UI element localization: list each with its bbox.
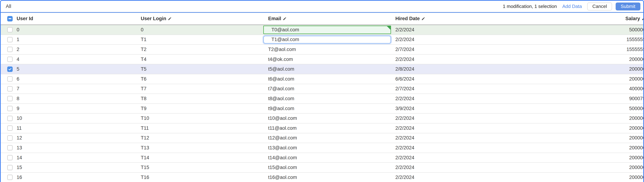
cell-user-id[interactable]: 6 bbox=[14, 74, 138, 84]
cell-salary[interactable]: 1555555 bbox=[543, 35, 644, 45]
row-checkbox[interactable] bbox=[7, 27, 13, 32]
cell-salary[interactable]: 500000 bbox=[543, 25, 644, 35]
cell-hired-date[interactable]: 2/2/2024 bbox=[393, 25, 543, 35]
cell-user-id[interactable]: 11 bbox=[14, 123, 138, 133]
cell-email[interactable]: t8@aol.com bbox=[262, 94, 393, 103]
cell-email[interactable]: t16@aol.com bbox=[262, 173, 393, 182]
cell-user-id[interactable]: 10 bbox=[14, 113, 138, 123]
cell-salary[interactable]: 200000 bbox=[543, 133, 644, 143]
cell-email[interactable]: T1@aol.com bbox=[262, 35, 393, 45]
row-checkbox[interactable] bbox=[7, 135, 13, 141]
email-edit-box[interactable]: T0@aol.com bbox=[263, 26, 391, 34]
cell-email[interactable]: t10@aol.com bbox=[262, 113, 393, 123]
cell-hired-date[interactable]: 6/6/2024 bbox=[393, 74, 543, 84]
filter-label[interactable]: All bbox=[6, 3, 11, 9]
column-header-user-id[interactable]: User Id bbox=[14, 16, 138, 21]
cell-email[interactable]: t14@aol.com bbox=[262, 153, 393, 163]
add-data-link[interactable]: Add Data bbox=[562, 3, 582, 9]
cell-user-id[interactable]: 13 bbox=[14, 143, 138, 153]
email-edit-box[interactable]: t11@aol.com bbox=[262, 123, 393, 133]
cell-user-login[interactable]: T1 bbox=[138, 35, 262, 45]
cell-user-login[interactable]: T5 bbox=[138, 64, 262, 74]
row-checkbox[interactable] bbox=[7, 76, 13, 82]
cell-hired-date[interactable]: 2/2/2024 bbox=[393, 123, 543, 133]
cell-hired-date[interactable]: 2/2/2024 bbox=[393, 55, 543, 64]
cell-user-id[interactable]: 9 bbox=[14, 104, 138, 113]
cell-user-login[interactable]: T14 bbox=[138, 153, 262, 163]
row-checkbox[interactable] bbox=[7, 47, 13, 52]
cell-user-login[interactable]: T6 bbox=[138, 74, 262, 84]
cell-user-id[interactable]: 14 bbox=[14, 153, 138, 163]
cell-salary[interactable]: 200000 bbox=[543, 64, 644, 74]
cell-user-id[interactable]: 8 bbox=[14, 94, 138, 103]
email-edit-box[interactable]: T2@aol.com bbox=[262, 45, 393, 54]
row-checkbox[interactable] bbox=[7, 165, 13, 170]
cell-email[interactable]: t15@aol.com bbox=[262, 163, 393, 172]
cell-user-login[interactable]: T13 bbox=[138, 143, 262, 153]
cell-email[interactable]: t11@aol.com bbox=[262, 123, 393, 133]
submit-button[interactable]: Submit bbox=[616, 2, 640, 10]
cell-salary[interactable]: 200000 bbox=[543, 74, 644, 84]
cell-email[interactable]: t5@aol.com bbox=[262, 64, 393, 74]
cell-user-id[interactable]: 16 bbox=[14, 173, 138, 182]
row-checkbox[interactable] bbox=[7, 96, 13, 101]
column-header-salary[interactable]: Salary bbox=[543, 16, 644, 21]
row-checkbox[interactable] bbox=[7, 116, 13, 121]
cell-user-login[interactable]: T12 bbox=[138, 133, 262, 143]
email-edit-box[interactable]: t13@aol.com bbox=[262, 143, 393, 153]
cell-hired-date[interactable]: 2/7/2024 bbox=[393, 45, 543, 54]
row-checkbox[interactable] bbox=[7, 125, 13, 131]
cell-hired-date[interactable]: 2/7/2024 bbox=[393, 84, 543, 94]
cell-user-login[interactable]: T4 bbox=[138, 55, 262, 64]
cell-hired-date[interactable]: 2/2/2024 bbox=[393, 153, 543, 163]
cell-user-login[interactable]: T11 bbox=[138, 123, 262, 133]
cell-user-login[interactable]: T8 bbox=[138, 94, 262, 103]
cell-user-login[interactable]: T15 bbox=[138, 163, 262, 172]
cell-user-id[interactable]: 5 bbox=[14, 64, 138, 74]
row-checkbox[interactable] bbox=[7, 67, 13, 72]
cell-hired-date[interactable]: 2/2/2024 bbox=[393, 143, 543, 153]
cell-hired-date[interactable]: 3/9/2024 bbox=[393, 104, 543, 113]
cell-email[interactable]: t6@aol.com bbox=[262, 74, 393, 84]
cell-salary[interactable]: 200000 bbox=[543, 143, 644, 153]
cell-hired-date[interactable]: 2/8/2024 bbox=[393, 64, 543, 74]
cell-salary[interactable]: 900075 bbox=[543, 94, 644, 103]
email-edit-box[interactable]: t15@aol.com bbox=[262, 163, 393, 172]
cell-email[interactable]: t12@aol.com bbox=[262, 133, 393, 143]
email-edit-box[interactable]: t6@aol.com bbox=[262, 74, 393, 84]
row-checkbox[interactable] bbox=[7, 155, 13, 160]
column-header-email[interactable]: Email bbox=[262, 16, 393, 21]
email-edit-box[interactable]: T1@aol.com bbox=[263, 36, 391, 44]
cell-salary[interactable]: 200000 bbox=[543, 55, 644, 64]
email-edit-box[interactable]: t5@aol.com bbox=[262, 64, 393, 74]
cell-hired-date[interactable]: 2/2/2024 bbox=[393, 133, 543, 143]
cell-hired-date[interactable]: 2/2/2024 bbox=[393, 163, 543, 172]
cell-email[interactable]: T0@aol.com bbox=[262, 25, 393, 35]
cell-user-id[interactable]: 0 bbox=[14, 25, 138, 35]
cell-hired-date[interactable]: 2/2/2024 bbox=[393, 173, 543, 182]
email-edit-box[interactable]: t9@aol.com bbox=[262, 104, 393, 113]
cell-user-id[interactable]: 4 bbox=[14, 55, 138, 64]
cell-salary[interactable]: 200000 bbox=[543, 113, 644, 123]
cell-user-login[interactable]: T2 bbox=[138, 45, 262, 54]
email-edit-box[interactable]: t10@aol.com bbox=[262, 113, 393, 123]
cell-user-login[interactable]: T7 bbox=[138, 84, 262, 94]
email-edit-box[interactable]: t4@ok.com bbox=[262, 55, 393, 64]
cell-hired-date[interactable]: 2/2/2024 bbox=[393, 35, 543, 45]
row-checkbox[interactable] bbox=[7, 86, 13, 91]
cell-email[interactable]: t13@aol.com bbox=[262, 143, 393, 153]
cell-salary[interactable]: 200000 bbox=[543, 123, 644, 133]
cancel-button[interactable]: Cancel bbox=[587, 2, 612, 10]
cell-salary[interactable]: 200000 bbox=[543, 153, 644, 163]
email-edit-box[interactable]: t16@aol.com bbox=[262, 173, 393, 182]
cell-user-login[interactable]: T9 bbox=[138, 104, 262, 113]
cell-user-id[interactable]: 15 bbox=[14, 163, 138, 172]
row-checkbox[interactable] bbox=[7, 57, 13, 62]
row-checkbox[interactable] bbox=[7, 106, 13, 111]
email-edit-box[interactable]: t12@aol.com bbox=[262, 133, 393, 143]
email-edit-box[interactable]: t7@aol.com bbox=[262, 84, 393, 94]
cell-hired-date[interactable]: 2/2/2024 bbox=[393, 94, 543, 103]
email-edit-box[interactable]: t14@aol.com bbox=[262, 153, 393, 163]
cell-email[interactable]: t7@aol.com bbox=[262, 84, 393, 94]
select-all-checkbox[interactable] bbox=[7, 16, 13, 21]
